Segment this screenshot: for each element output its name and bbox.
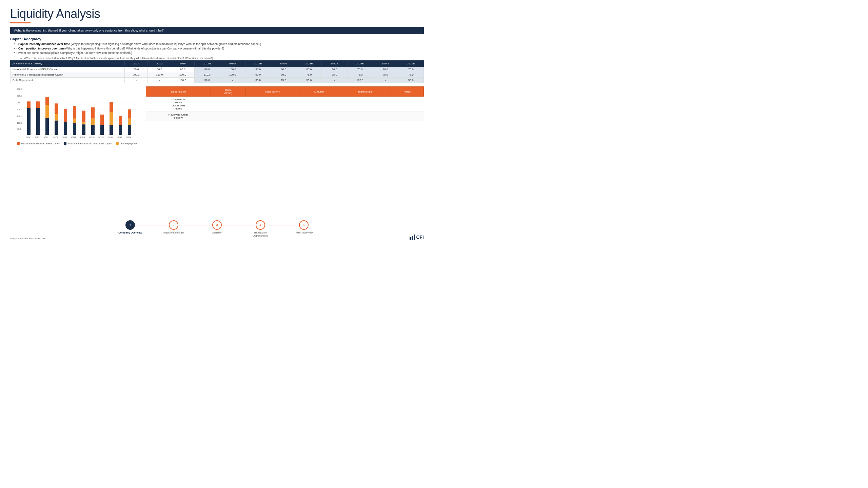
svg-rect-24 [45, 118, 49, 135]
debt-rate-1 [339, 97, 391, 112]
debt-row-2: Revolving CreditFacility [146, 112, 424, 121]
timeline-circle-3[interactable]: 3 [212, 220, 222, 230]
cfi-text: CFI [416, 235, 424, 240]
timeline-label-4: TransactionOpportunities [239, 231, 282, 237]
table-cell: 90.0 [245, 72, 271, 78]
timeline-line-1 [135, 225, 169, 225]
table-cell: 80.0 [322, 67, 347, 72]
table-cell: 50.0 [124, 67, 148, 72]
debt-rate-2 [339, 112, 391, 121]
bullet-item-1: • Capital intensity diminishes over time… [14, 42, 424, 46]
svg-rect-41 [100, 125, 104, 135]
table-header-2015: 2015 [148, 61, 171, 67]
table-cell: 95.0 [245, 67, 271, 72]
debt-row-1: ConvertibleSeniorUnsecuredNotes [146, 97, 424, 112]
table-cell: 75.0 [296, 72, 322, 78]
table-header-2018E: 2018E [220, 61, 245, 67]
table-cell-label: Historical & Forecasted Intangibles Cape… [11, 72, 125, 78]
table-header-2017E: 2017E [194, 61, 220, 67]
table-cell: 70.0 [398, 67, 423, 72]
debt-maturity-1 [299, 97, 339, 112]
timeline-step-3: 3 [212, 220, 222, 230]
debt-outs-1 [211, 97, 246, 112]
table-cell: 100.0 [220, 67, 245, 72]
table-row: Historical & Forecasted Intangibles Cape… [11, 72, 424, 78]
theme-box: (What is the overarching theme? If your … [10, 27, 424, 34]
table-cell: 50.0 [296, 78, 322, 83]
svg-rect-35 [82, 124, 85, 135]
timeline-circle-4[interactable]: 4 [256, 220, 265, 230]
table-header-2020E: 2020E [271, 61, 296, 67]
debt-notes-2 [391, 112, 423, 121]
table-cell: - [322, 78, 347, 83]
timeline-label-5: Team Overview [282, 231, 326, 237]
svg-text:300.0: 300.0 [17, 95, 22, 97]
footer: corporatefinanceinstitute.com [10, 237, 46, 240]
svg-text:2024E: 2024E [117, 136, 122, 138]
bar-chart: 350.0 300.0 250.0 200.0 150.0 100.0 50.0… [17, 86, 139, 139]
legend-debt: Debt Repayment [116, 142, 138, 145]
svg-text:250.0: 250.0 [17, 102, 22, 104]
svg-text:150.0: 150.0 [17, 115, 22, 117]
svg-text:200.0: 200.0 [17, 108, 22, 110]
timeline-step-5: 5 [299, 220, 309, 230]
table-cell: 85.0 [296, 67, 322, 72]
timeline-label-1: Company Overview [108, 231, 152, 237]
timeline-step-4: 4 [256, 220, 265, 230]
svg-text:350.0: 350.0 [17, 88, 22, 90]
timeline-circle-5[interactable]: 5 [299, 220, 309, 230]
legend-ppe: Historical & Forecasted PP&E Capex [17, 142, 60, 145]
svg-rect-27 [55, 121, 58, 135]
cfi-bars [410, 235, 415, 240]
svg-rect-39 [91, 119, 95, 125]
svg-rect-30 [64, 122, 67, 135]
svg-text:-: - [18, 134, 19, 136]
table-cell: 50.0 [194, 78, 220, 83]
table-cell: 70.0 [373, 67, 398, 72]
svg-text:2018E: 2018E [62, 136, 67, 138]
svg-rect-46 [119, 125, 122, 135]
table-cell: 110.0 [194, 72, 220, 78]
table-cell: 100.0 [347, 78, 373, 83]
chart-container: 350.0 300.0 250.0 200.0 150.0 100.0 50.0… [10, 86, 139, 141]
cfi-bar-3 [414, 235, 415, 240]
table-cell: 150.0 [148, 72, 171, 78]
svg-text:2023E: 2023E [107, 136, 113, 138]
svg-text:2015: 2015 [35, 136, 39, 138]
table-cell: 75.0 [398, 72, 423, 78]
table-header-2019E: 2019E [245, 61, 271, 67]
svg-text:2014: 2014 [26, 136, 30, 138]
table-cell: 200.0 [124, 72, 148, 78]
section-title: Capital Adequacy [10, 37, 424, 41]
timeline-circle-1[interactable]: 1 [125, 220, 135, 230]
debt-maturity-2 [299, 112, 339, 121]
table-cell: 130.0 [171, 72, 195, 78]
table-cell: - [148, 78, 171, 83]
timeline-line-4 [265, 225, 299, 225]
svg-rect-32 [73, 123, 76, 135]
svg-rect-47 [119, 116, 122, 125]
svg-rect-19 [27, 101, 31, 108]
debt-avail-2 [246, 112, 299, 121]
cfi-bar-2 [412, 236, 413, 240]
svg-rect-43 [110, 125, 113, 135]
table-cell-label: Historical & Forecasted PP&E Capex [11, 67, 125, 72]
legend-color-intang [64, 142, 66, 145]
timeline-circle-2[interactable]: 2 [169, 220, 178, 230]
sub-bullet-item-1: (Where is capex expected to spike? Why? … [20, 57, 424, 60]
svg-rect-37 [82, 111, 85, 123]
svg-rect-36 [82, 122, 85, 124]
table-cell-label: Debt Repayment [11, 78, 125, 83]
table-row: Debt Repayment--100.050.0-35.015.050.0-1… [11, 78, 424, 83]
timeline-step-1: 1 [125, 220, 135, 230]
table-header-2016: 2016 [171, 61, 195, 67]
table-cell: 80.0 [271, 72, 296, 78]
table-header-label: (in millions of U.S. dollars) [11, 61, 125, 67]
table-cell: 80.0 [194, 67, 220, 72]
debt-header-notes: Notes [391, 87, 423, 97]
table-cell: 75.0 [347, 67, 373, 72]
svg-rect-29 [55, 103, 58, 114]
debt-header-avail: Avail. ($mm) [246, 87, 299, 97]
cfi-bar-1 [410, 237, 411, 240]
table-header-2025E: 2025E [398, 61, 423, 67]
